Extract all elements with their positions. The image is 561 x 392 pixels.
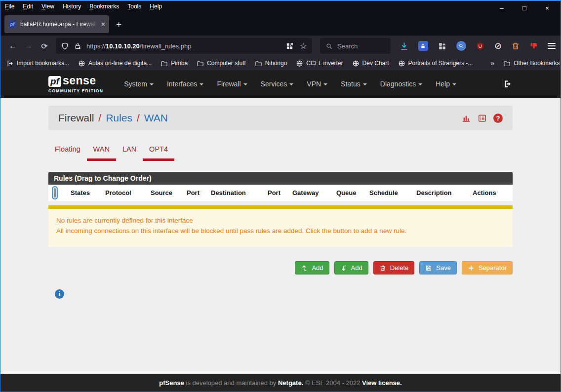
footer: pfSense is developed and maintained by N… bbox=[0, 374, 561, 392]
nav-vpn[interactable]: VPN bbox=[307, 80, 327, 88]
folder-icon bbox=[197, 60, 204, 67]
system-log-icon[interactable] bbox=[478, 114, 487, 123]
back-icon[interactable]: ← bbox=[5, 41, 20, 50]
container-grid-icon[interactable] bbox=[285, 42, 294, 50]
rules-panel-title: Rules (Drag to Change Order) bbox=[48, 172, 513, 185]
logout-icon[interactable] bbox=[503, 79, 513, 89]
tab-close-icon[interactable]: × bbox=[101, 20, 105, 28]
minimize-button[interactable]: – bbox=[490, 2, 513, 14]
bookmark-item[interactable]: Portraits of Strangers -... bbox=[398, 60, 473, 67]
menu-bookmarks[interactable]: Bookmarks bbox=[89, 3, 119, 10]
nav-firewall[interactable]: Firewall bbox=[217, 80, 247, 88]
dislike-extension-icon[interactable] bbox=[529, 41, 538, 50]
downloads-icon[interactable] bbox=[400, 41, 409, 51]
tracking-protection-shield-icon[interactable] bbox=[61, 42, 69, 50]
maximize-button[interactable]: □ bbox=[513, 2, 536, 14]
footer-brand: pfSense bbox=[159, 379, 184, 387]
globe-icon bbox=[352, 60, 360, 67]
separator-button[interactable]: Separator bbox=[462, 261, 513, 274]
col-schedule: Schedule bbox=[369, 189, 416, 196]
toolbar-extension-icons: ⊘ bbox=[400, 41, 556, 51]
warning-accent-bar bbox=[48, 205, 513, 209]
search-extension-icon[interactable] bbox=[456, 41, 466, 51]
level-down-icon bbox=[340, 265, 347, 272]
pfsense-navbar: pf sense COMMUNITY EDITION System Interf… bbox=[0, 70, 561, 98]
pfsense-logo[interactable]: pf sense COMMUNITY EDITION bbox=[48, 75, 103, 93]
footer-company-link[interactable]: Netgate. bbox=[278, 379, 303, 387]
menu-icon[interactable] bbox=[548, 43, 556, 49]
bookmark-item[interactable]: Dev Chart bbox=[352, 60, 389, 67]
menu-history[interactable]: History bbox=[63, 3, 81, 10]
tab-wan[interactable]: WAN bbox=[87, 145, 116, 161]
breadcrumb-interface-link[interactable]: WAN bbox=[144, 112, 168, 124]
block-extension-icon[interactable]: ⊘ bbox=[494, 41, 502, 50]
warning-line2: All incoming connections on this interfa… bbox=[56, 226, 505, 236]
lock-warning-icon[interactable] bbox=[74, 42, 82, 50]
footer-license-link[interactable]: View license. bbox=[362, 379, 402, 387]
folder-icon bbox=[255, 60, 262, 67]
info-icon[interactable]: i bbox=[55, 289, 64, 299]
tab-opt4[interactable]: OPT4 bbox=[143, 145, 174, 161]
save-icon bbox=[425, 265, 432, 272]
shield-lock-extension-icon[interactable] bbox=[418, 41, 428, 51]
url-text: https://10.10.10.20/firewall_rules.php bbox=[86, 42, 192, 50]
add-rule-top-button[interactable]: Add bbox=[295, 261, 329, 274]
caret-down-icon bbox=[418, 83, 422, 85]
nav-interfaces[interactable]: Interfaces bbox=[167, 80, 203, 88]
action-buttons: Add Add Delete Save Separator bbox=[48, 261, 513, 274]
help-icon[interactable]: ? bbox=[493, 114, 503, 123]
browser-tab[interactable]: pf ballaPR.home.arpa - Firewall: Ru × bbox=[4, 15, 109, 33]
breadcrumb-rules-link[interactable]: Rules bbox=[106, 112, 132, 124]
trash-extension-icon[interactable] bbox=[511, 41, 520, 50]
menu-file[interactable]: File bbox=[5, 3, 14, 10]
bookmark-item[interactable]: Aulas on-line de digita... bbox=[78, 60, 152, 67]
close-button[interactable]: × bbox=[536, 2, 559, 14]
menu-edit[interactable]: Edit bbox=[23, 3, 33, 10]
menu-view[interactable]: View bbox=[41, 3, 54, 10]
bookmarks-overflow-icon[interactable]: » bbox=[490, 59, 494, 67]
no-rules-warning: No rules are currently defined for this … bbox=[48, 205, 513, 247]
tab-floating[interactable]: Floating bbox=[48, 145, 87, 161]
globe-icon bbox=[296, 60, 303, 67]
extensions-icon[interactable] bbox=[438, 41, 447, 51]
url-bar[interactable]: https://10.10.10.20/firewall_rules.php ☆ bbox=[56, 38, 312, 54]
col-protocol: Protocol bbox=[105, 189, 151, 196]
new-tab-button[interactable]: + bbox=[116, 19, 121, 33]
add-rule-bottom-button[interactable]: Add bbox=[334, 261, 368, 274]
menu-help[interactable]: Help bbox=[150, 3, 162, 10]
trash-icon bbox=[379, 265, 386, 272]
nav-status[interactable]: Status bbox=[341, 80, 367, 88]
nav-diagnostics[interactable]: Diagnostics bbox=[380, 80, 422, 88]
status-graph-icon[interactable] bbox=[461, 113, 471, 123]
col-queue: Queue bbox=[336, 189, 369, 196]
bookmark-import[interactable]: Import bookmarks... bbox=[6, 60, 69, 67]
tab-strip: pf ballaPR.home.arpa - Firewall: Ru × + bbox=[0, 12, 561, 36]
nav-system[interactable]: System bbox=[124, 80, 154, 88]
bookmark-star-icon[interactable]: ☆ bbox=[300, 42, 307, 50]
col-description: Description bbox=[416, 189, 473, 196]
ublock-origin-icon[interactable] bbox=[476, 41, 485, 51]
nav-help[interactable]: Help bbox=[436, 80, 456, 88]
folder-icon bbox=[160, 60, 168, 67]
bookmark-folder[interactable]: Pimba bbox=[160, 60, 188, 67]
window-controls: – □ × bbox=[490, 2, 559, 14]
bookmarks-bar: Import bookmarks... Aulas on-line de dig… bbox=[0, 56, 561, 70]
breadcrumb: Firewall / Rules / WAN ? bbox=[48, 106, 513, 130]
bookmark-folder[interactable]: Nihongo bbox=[255, 60, 287, 67]
nav-services[interactable]: Services bbox=[261, 80, 294, 88]
search-input[interactable]: Search bbox=[320, 38, 391, 54]
pfsense-favicon-icon: pf bbox=[8, 20, 16, 28]
reload-icon[interactable]: ⟳ bbox=[37, 41, 52, 51]
select-all-checkbox[interactable] bbox=[54, 188, 56, 197]
search-icon bbox=[325, 42, 333, 50]
browser-window: File Edit View History Bookmarks Tools H… bbox=[0, 0, 561, 392]
bookmark-item[interactable]: CCFL inverter bbox=[296, 60, 343, 67]
tab-lan[interactable]: LAN bbox=[116, 145, 143, 161]
globe-icon bbox=[78, 60, 85, 67]
menu-tools[interactable]: Tools bbox=[127, 3, 141, 10]
caret-down-icon bbox=[150, 83, 154, 85]
other-bookmarks[interactable]: Other Bookmarks bbox=[503, 60, 560, 67]
delete-button[interactable]: Delete bbox=[373, 261, 415, 274]
bookmark-folder[interactable]: Computer stuff bbox=[197, 60, 245, 67]
save-button[interactable]: Save bbox=[419, 261, 457, 274]
